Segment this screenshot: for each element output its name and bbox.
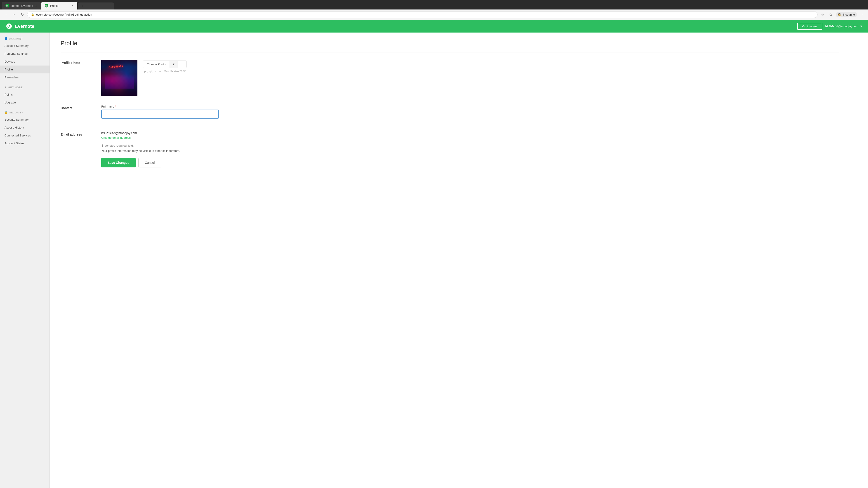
evernote-icon-home: 🐘 [5, 4, 9, 7]
app-header: Evernote Go to notes b93b1c4d@moodjoy.co… [0, 20, 868, 33]
sidebar-item-account-summary[interactable]: Account Summary [0, 42, 50, 50]
sidebar-item-personal-settings[interactable]: Personal Settings [0, 50, 50, 58]
sidebar-item-points[interactable]: Points [0, 91, 50, 98]
sidebar-item-profile[interactable]: Profile [0, 66, 50, 73]
page-title: Profile [61, 40, 839, 47]
security-section-icon: 🔒 [4, 111, 8, 114]
save-button[interactable]: Save Changes [101, 158, 135, 167]
profile-photo-section: Profile Photo CityWalk Change Photo ▼ .j [61, 60, 839, 96]
full-name-group: Full name * [101, 105, 839, 119]
sidebar: 👤 ACCOUNT Account Summary Personal Setti… [0, 33, 50, 488]
toolbar-actions: ☆ ⧉ 🕵 Incognito ⋮ [819, 11, 865, 18]
city-buildings-decoration [101, 78, 137, 96]
browser-chrome: 🐘 Home - Evernote × 🐘 Profile × + ← → ↻ … [0, 0, 868, 20]
evernote-logo-icon [5, 23, 13, 30]
evernote-icon-profile: 🐘 [45, 4, 49, 7]
split-view-button[interactable]: ⧉ [828, 11, 834, 18]
email-content: b93b1c4d@moodjoy.com Change email addres… [101, 131, 839, 167]
sidebar-section-security: 🔒 SECURITY [0, 106, 50, 116]
tab-profile-close[interactable]: × [71, 4, 73, 8]
profile-photo-label: Profile Photo [61, 60, 101, 65]
page-divider [61, 52, 839, 53]
photo-hint: .jpg, .gif, or .png. Max file size 700K. [143, 70, 186, 73]
right-panel [850, 33, 868, 488]
sidebar-item-security-summary[interactable]: Security Summary [0, 116, 50, 124]
app-body: 👤 ACCOUNT Account Summary Personal Setti… [0, 33, 868, 488]
tab-profile-label: Profile [50, 4, 59, 7]
sidebar-item-reminders[interactable]: Reminders [0, 73, 50, 81]
change-photo-dropdown-arrow: ▼ [169, 61, 178, 68]
new-tab-button[interactable]: + [78, 2, 114, 9]
back-button[interactable]: ← [3, 11, 9, 18]
sidebar-item-connected-services[interactable]: Connected Services [0, 131, 50, 139]
email-label-col: Email address [61, 131, 101, 167]
main-content: Profile Profile Photo CityWalk Change Ph… [50, 33, 850, 488]
profile-photo-container: CityWalk Change Photo ▼ .jpg, .gif, or .… [101, 60, 839, 96]
email-section: Email address b93b1c4d@moodjoy.com Chang… [61, 131, 839, 167]
url-lock-icon: 🔒 [31, 13, 34, 16]
contact-content: Full name * [101, 105, 839, 122]
change-photo-button-label: Change Photo [143, 61, 169, 68]
full-name-required-star: * [115, 105, 116, 108]
action-buttons: Save Changes Cancel [101, 158, 839, 167]
tab-home-close[interactable]: × [35, 4, 37, 8]
sidebar-section-account: 👤 ACCOUNT [0, 33, 50, 42]
sidebar-item-access-history[interactable]: Access History [0, 124, 50, 131]
incognito-icon: 🕵 [838, 13, 842, 16]
bookmark-button[interactable]: ☆ [819, 11, 826, 18]
more-button[interactable]: ⋮ [859, 11, 865, 18]
account-section-icon: 👤 [4, 37, 8, 40]
incognito-indicator: 🕵 Incognito [836, 12, 857, 17]
tab-profile[interactable]: 🐘 Profile × [41, 2, 77, 9]
neon-sign-decoration: CityWalk [108, 64, 124, 69]
browser-tabs: 🐘 Home - Evernote × 🐘 Profile × + [0, 0, 868, 9]
change-email-link[interactable]: Change email address [101, 136, 131, 139]
tab-home[interactable]: 🐘 Home - Evernote × [2, 2, 41, 9]
sidebar-item-upgrade[interactable]: Upgrade [0, 98, 50, 106]
profile-photo-label-col: Profile Photo [61, 60, 101, 96]
incognito-label: Incognito [843, 13, 855, 16]
contact-section: Contact Full name * [61, 105, 839, 122]
change-photo-group: Change Photo ▼ .jpg, .gif, or .png. Max … [143, 60, 186, 73]
contact-label: Contact [61, 105, 101, 110]
profile-photo-image: CityWalk [101, 60, 137, 96]
full-name-input[interactable] [101, 109, 219, 119]
user-menu[interactable]: b93b1c4d@moodjoy.com ▼ [825, 25, 863, 28]
forward-button[interactable]: → [11, 11, 17, 18]
email-label: Email address [61, 131, 101, 136]
sidebar-item-devices[interactable]: Devices [0, 58, 50, 66]
cancel-button[interactable]: Cancel [138, 158, 161, 167]
header-actions: Go to notes b93b1c4d@moodjoy.com ▼ [797, 23, 863, 30]
change-photo-button[interactable]: Change Photo ▼ [143, 61, 186, 68]
sidebar-section-get-more: ✦ GET MORE [0, 81, 50, 91]
browser-toolbar: ← → ↻ 🔒 evernote.com/secure/ProfileSetti… [0, 9, 868, 20]
tab-home-label: Home - Evernote [11, 4, 33, 7]
full-name-label: Full name * [101, 105, 839, 108]
sidebar-item-account-status[interactable]: Account Status [0, 139, 50, 147]
dropdown-icon: ▼ [860, 25, 863, 28]
go-to-notes-button[interactable]: Go to notes [797, 23, 822, 30]
user-email: b93b1c4d@moodjoy.com [825, 25, 858, 28]
get-more-section-icon: ✦ [4, 86, 7, 89]
email-value: b93b1c4d@moodjoy.com [101, 131, 839, 135]
url-text: evernote.com/secure/ProfileSettings.acti… [36, 13, 92, 16]
contact-label-col: Contact [61, 105, 101, 122]
app-logo[interactable]: Evernote [5, 23, 34, 30]
url-bar[interactable]: 🔒 evernote.com/secure/ProfileSettings.ac… [27, 11, 817, 18]
app-logo-text: Evernote [15, 24, 34, 29]
profile-photo-content: CityWalk Change Photo ▼ .jpg, .gif, or .… [101, 60, 839, 96]
reload-button[interactable]: ↻ [19, 11, 25, 18]
required-note: ✻ denotes required field. [101, 144, 839, 147]
visible-note: Your profile information may be visible … [101, 149, 839, 153]
